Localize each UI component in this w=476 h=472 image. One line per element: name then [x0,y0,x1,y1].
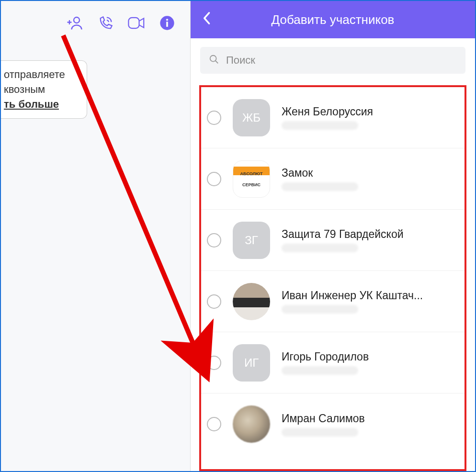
left-pane: отправляете квозным ть больше [1,1,191,471]
contact-subtext [282,305,358,314]
contact-row[interactable]: АБСОЛЮТ СЕРВИС Замок [201,148,465,210]
right-pane: Добавить участников ЖБ Женя Белоруссия [191,1,475,471]
search-input[interactable] [226,54,457,67]
avatar [233,283,270,320]
svg-point-5 [210,56,216,62]
contact-row[interactable]: ЖБ Женя Белоруссия [201,87,465,148]
avatar-initials: ЗГ [245,234,258,247]
contact-name: Женя Белоруссия [282,105,459,118]
avatar: ЖБ [233,99,270,136]
avatar: ЗГ [233,222,270,259]
avatar: ИГ [233,344,270,382]
svg-point-0 [74,17,79,23]
info-icon[interactable] [159,14,176,32]
search-icon [209,54,219,67]
search-box[interactable] [200,47,465,74]
contact-name: Имран Салимов [282,412,459,425]
contact-subtext [282,182,358,191]
avatar: АБСОЛЮТ СЕРВИС [233,160,270,198]
contact-info: Замок [282,167,459,191]
svg-rect-1 [128,18,139,28]
panel-header: Добавить участников [191,1,475,38]
panel-title: Добавить участников [191,12,475,27]
contact-info: Имран Салимов [282,412,459,437]
contact-row[interactable]: Имран Салимов [201,393,465,455]
learn-more-link[interactable]: ть больше [4,97,81,112]
contact-checkbox[interactable] [207,294,221,309]
contact-subtext [282,366,358,375]
logo-text: АБСОЛЮТ [240,172,263,176]
contact-checkbox[interactable] [207,172,221,186]
add-contact-icon[interactable] [67,14,84,32]
logo-text: СЕРВИС [242,183,261,187]
encryption-message: отправляете квозным ть больше [1,60,87,119]
contact-name: Иван Инженер УК Каштач... [282,289,459,302]
svg-rect-3 [166,22,168,27]
contact-checkbox[interactable] [207,233,221,247]
back-icon[interactable] [202,11,211,28]
search-wrap [191,38,475,82]
contact-subtext [282,244,358,252]
contact-info: Иван Инженер УК Каштач... [282,289,459,314]
toolbar [1,1,190,32]
contact-info: Женя Белоруссия [282,105,459,130]
video-call-icon[interactable] [128,14,145,32]
contact-row[interactable]: ИГ Игорь Городилов [201,332,465,393]
contact-name: Игорь Городилов [282,350,459,363]
contact-info: Игорь Городилов [282,350,459,375]
svg-point-4 [166,19,168,21]
contact-checkbox[interactable] [207,111,221,125]
contacts-list-highlight: ЖБ Женя Белоруссия АБСОЛЮТ СЕРВИС Замок … [199,85,466,471]
contact-row[interactable]: ЗГ Защита 79 Гвардейской [201,210,465,271]
contact-subtext [282,428,358,437]
contact-row[interactable]: Иван Инженер УК Каштач... [201,271,465,332]
avatar-initials: ЖБ [242,111,261,124]
msg-line: отправляете [4,67,81,82]
avatar [233,405,270,443]
avatar-initials: ИГ [244,356,259,370]
contact-name: Защита 79 Гвардейской [282,228,459,241]
call-icon[interactable] [97,14,114,32]
contact-checkbox[interactable] [207,356,221,370]
contact-info: Защита 79 Гвардейской [282,228,459,252]
msg-line: квозным [4,82,81,97]
contact-subtext [282,121,358,130]
contact-checkbox[interactable] [207,417,221,431]
contact-name: Замок [282,167,459,180]
